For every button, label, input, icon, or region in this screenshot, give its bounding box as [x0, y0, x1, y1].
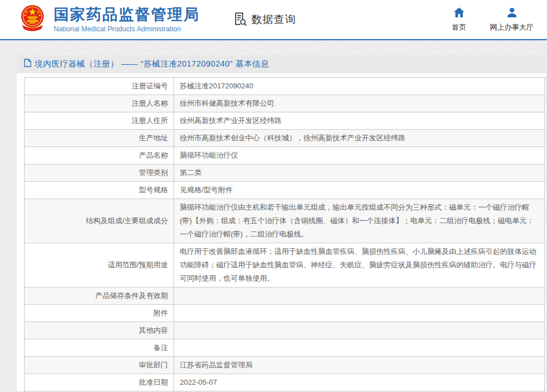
- page-title: 境内医疗器械（注册） —— “苏械注准20172090240” 基本信息: [35, 59, 269, 69]
- row-label: 产品储存条件及有效期: [25, 287, 174, 305]
- table-row: 注册人住所徐州高新技术产业开发区经纬路: [25, 112, 545, 130]
- row-label: 产品名称: [25, 147, 174, 164]
- logo-text: 国家药品监督管理局 National Medical Products Admi…: [54, 6, 200, 32]
- row-value: 脑循环功能治疗仪: [174, 147, 545, 164]
- table-row: 结构及组成/主要组成成分脑循环功能治疗仪由主机和若干输出单元组成，输出单元按组成…: [25, 199, 545, 243]
- table-row: 产品名称脑循环功能治疗仪: [25, 147, 545, 164]
- table-row: 管理类别第二类: [25, 164, 545, 182]
- table-row: 审批部门江苏省药品监督管理局: [25, 357, 545, 374]
- table-row: 附件: [25, 305, 545, 322]
- row-value: [174, 287, 545, 305]
- table-row: 其他内容: [25, 322, 545, 339]
- row-label: 附件: [25, 305, 174, 322]
- row-label: 管理类别: [25, 164, 174, 182]
- table-row: 注册证编号苏械注准20172090240: [25, 78, 545, 95]
- nav-service-hall[interactable]: 网上办事大厅: [490, 7, 534, 32]
- agency-logo[interactable]: 国家药品监督管理局 National Medical Products Admi…: [18, 4, 200, 35]
- row-value: [174, 339, 545, 357]
- agency-name-en: National Medical Products Administration: [54, 25, 200, 33]
- row-value: 徐州市科健高新技术有限公司: [174, 95, 545, 112]
- national-emblem-icon: [18, 4, 46, 35]
- agency-name-cn: 国家药品监督管理局: [54, 6, 200, 23]
- row-value: 徐州市高新技术创业中心（科技城），徐州高新技术产业开发区经纬路: [174, 130, 545, 147]
- table-row: 备注: [25, 339, 545, 357]
- header-nav: 首页 网上办事大厅: [452, 7, 537, 32]
- row-value: [174, 305, 545, 322]
- row-value: 苏械注准20172090240: [174, 78, 545, 95]
- table-row: 生产地址徐州市高新技术创业中心（科技城），徐州高新技术产业开发区经纬路: [25, 130, 545, 147]
- row-label: 生产地址: [25, 130, 174, 147]
- row-label: 备注: [25, 339, 174, 357]
- nav-home[interactable]: 首页: [452, 7, 466, 32]
- data-query-icon: [232, 11, 247, 29]
- table-row: 批准日期2022-05-07: [25, 374, 545, 391]
- row-value: 脑循环功能治疗仪由主机和若干输出单元组成，输出单元按组成不同分为三种形式：磁单元…: [174, 199, 545, 243]
- data-query-label: 数据查询: [251, 12, 296, 27]
- registration-info-table: 注册证编号苏械注准20172090240注册人名称徐州市科健高新技术有限公司注册…: [24, 77, 545, 392]
- row-value: 见规格/型号附件: [174, 182, 545, 199]
- nav-home-label: 首页: [452, 22, 466, 32]
- row-label: 适用范围/预期用途: [25, 243, 174, 287]
- row-label: 注册人名称: [25, 95, 174, 112]
- row-label: 注册证编号: [25, 78, 174, 95]
- row-value: 2022-05-07: [174, 374, 545, 391]
- row-value: [174, 322, 545, 339]
- row-value: 第二类: [174, 164, 545, 182]
- header: 国家药品监督管理局 National Medical Products Admi…: [0, 0, 547, 40]
- row-label: 注册人住所: [25, 112, 174, 130]
- breadcrumb: 境内医疗器械（注册） —— “苏械注准20172090240” 基本信息: [17, 55, 545, 73]
- row-label: 型号规格: [25, 182, 174, 199]
- user-icon: [507, 7, 517, 20]
- row-value: 电疗用于改善脑部血液循环；适用于缺血性脑血管疾病、脑损伤性疾病、小儿脑瘫及由上述…: [174, 243, 545, 287]
- row-value: 江苏省药品监督管理局: [174, 357, 545, 374]
- row-label: 结构及组成/主要组成成分: [25, 199, 174, 243]
- row-label: 批准日期: [25, 374, 174, 391]
- row-value: 徐州高新技术产业开发区经纬路: [174, 112, 545, 130]
- table-row: 注册人名称徐州市科健高新技术有限公司: [25, 95, 545, 112]
- data-query-section[interactable]: 数据查询: [232, 11, 296, 29]
- home-icon: [454, 7, 465, 20]
- page-body: 境内医疗器械（注册） —— “苏械注准20172090240” 基本信息 注册证…: [0, 40, 547, 391]
- row-label: 其他内容: [25, 322, 174, 339]
- table-row: 适用范围/预期用途电疗用于改善脑部血液循环；适用于缺血性脑血管疾病、脑损伤性疾病…: [25, 243, 545, 287]
- document-icon: [24, 59, 31, 69]
- row-label: 审批部门: [25, 357, 174, 374]
- table-row: 型号规格见规格/型号附件: [25, 182, 545, 199]
- table-row: 产品储存条件及有效期: [25, 287, 545, 305]
- content-panel: 境内医疗器械（注册） —— “苏械注准20172090240” 基本信息 注册证…: [17, 55, 545, 391]
- nav-service-hall-label: 网上办事大厅: [490, 22, 534, 32]
